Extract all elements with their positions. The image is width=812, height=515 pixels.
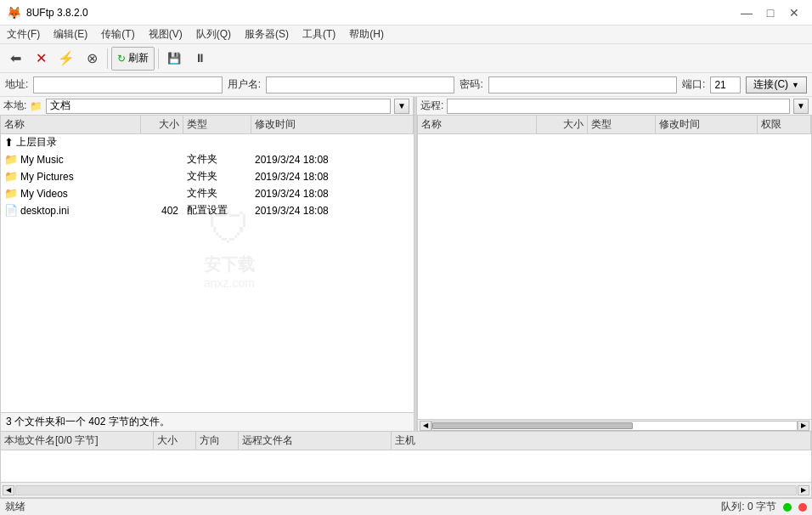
flash-button[interactable]: ⚡ xyxy=(54,47,78,71)
path-bars: 本地: 📁 ▼ 远程: ▼ xyxy=(0,97,812,116)
file-date-cell: 2019/3/24 18:08 xyxy=(251,171,414,183)
file-name-text: desktop.ini xyxy=(20,205,69,217)
local-panel: 名称 大小 类型 修改时间 ⬆上层目录📁My Music文件夹2019/3/24… xyxy=(0,116,414,432)
table-row[interactable]: 📁My Music文件夹2019/3/24 18:08 xyxy=(1,151,414,168)
transfer-header: 本地文件名[0/0 字节] 大小 方向 远程文件名 主机 xyxy=(1,432,811,450)
table-row[interactable]: ⬆上层目录 xyxy=(1,134,414,151)
hscroll-right[interactable]: ▶ xyxy=(798,485,809,495)
back-button[interactable]: ⬅ xyxy=(3,47,27,71)
hscroll-track xyxy=(15,485,797,495)
local-col-size[interactable]: 大小 xyxy=(141,116,183,133)
table-row[interactable]: 📄desktop.ini402配置设置2019/3/24 18:08 xyxy=(1,202,414,219)
remote-panel: 名称 大小 类型 修改时间 权限 ◀ xyxy=(417,116,812,432)
transfer-col-host[interactable]: 主机 xyxy=(392,432,811,450)
titlebar: 🦊 8UFtp 3.8.2.0 — □ ✕ xyxy=(0,0,812,25)
local-column-header: 名称 大小 类型 修改时间 xyxy=(1,116,414,134)
transfer-panel: 本地文件名[0/0 字节] 大小 方向 远程文件名 主机 xyxy=(0,432,812,483)
refresh-button[interactable]: ↻ 刷新 xyxy=(111,47,155,71)
titlebar-controls: — □ ✕ xyxy=(736,4,805,21)
local-status: 3 个文件夹和一个 402 字节的文件。 xyxy=(1,412,414,431)
status-dot-red xyxy=(798,503,807,512)
connect-label: 连接(C) xyxy=(753,77,788,92)
scroll-right-arrow[interactable]: ▶ xyxy=(798,421,809,431)
remote-path-bar: 远程: ▼ xyxy=(417,97,812,115)
stop-button[interactable]: ⊗ xyxy=(80,47,104,71)
menu-item-服务器s[interactable]: 服务器(S) xyxy=(238,25,296,43)
remote-path-dropdown[interactable]: ▼ xyxy=(793,99,809,114)
menu-item-视图v[interactable]: 视图(V) xyxy=(142,25,189,43)
file-name-text: My Videos xyxy=(20,188,68,200)
remote-col-size[interactable]: 大小 xyxy=(537,116,588,133)
status-right: 队列: 0 字节 xyxy=(721,500,807,514)
toolbar-separator xyxy=(107,48,108,69)
refresh-icon: ↻ xyxy=(117,53,126,65)
connect-dropdown-icon[interactable]: ▼ xyxy=(792,81,799,89)
menu-item-工具t[interactable]: 工具(T) xyxy=(296,25,342,43)
port-input[interactable]: 21 xyxy=(710,76,741,93)
table-row[interactable]: 📁My Pictures文件夹2019/3/24 18:08 xyxy=(1,168,414,185)
local-path-dropdown[interactable]: ▼ xyxy=(394,99,409,114)
menu-item-编辑e[interactable]: 编辑(E) xyxy=(47,25,94,43)
password-input[interactable] xyxy=(488,76,677,93)
file-icon: 📁 xyxy=(4,153,18,166)
menu-item-队列q[interactable]: 队列(Q) xyxy=(189,25,238,43)
table-row[interactable]: 📁My Videos文件夹2019/3/24 18:08 xyxy=(1,185,414,202)
menu-item-文件f[interactable]: 文件(F) xyxy=(0,25,47,43)
remote-path-input[interactable] xyxy=(447,99,790,114)
bottom-scrollbar[interactable]: ◀ ▶ xyxy=(0,483,812,498)
remote-col-perm[interactable]: 权限 xyxy=(758,116,811,133)
file-icon: 📄 xyxy=(4,204,18,217)
password-label: 密码: xyxy=(460,77,482,92)
up-dir-icon: ⬆ xyxy=(4,136,14,149)
menu-item-传输t[interactable]: 传输(T) xyxy=(94,25,141,43)
file-name-cell: 📄desktop.ini xyxy=(1,204,141,217)
cancel-button[interactable]: ✕ xyxy=(29,47,53,71)
toolbar-separator2 xyxy=(158,48,159,69)
local-col-date[interactable]: 修改时间 xyxy=(251,116,414,133)
file-panels: 名称 大小 类型 修改时间 ⬆上层目录📁My Music文件夹2019/3/24… xyxy=(0,116,812,432)
file-icon: 📁 xyxy=(4,187,18,200)
menu-item-帮助h[interactable]: 帮助(H) xyxy=(342,25,391,43)
app-title: 8UFtp 3.8.2.0 xyxy=(26,7,88,19)
transfer-body xyxy=(1,450,811,482)
transfer-col-dir[interactable]: 方向 xyxy=(196,432,239,450)
remote-column-header: 名称 大小 类型 修改时间 权限 xyxy=(418,116,811,134)
remote-scroll-thumb[interactable] xyxy=(432,422,633,429)
statusbar: 就绪 队列: 0 字节 xyxy=(0,498,812,515)
local-path-bar: 本地: 📁 ▼ xyxy=(0,97,414,115)
minimize-button[interactable]: — xyxy=(736,4,758,21)
close-button[interactable]: ✕ xyxy=(783,4,805,21)
local-col-type[interactable]: 类型 xyxy=(183,116,251,133)
port-label: 端口: xyxy=(682,77,705,92)
hscroll-left[interactable]: ◀ xyxy=(3,485,14,495)
remote-col-date[interactable]: 修改时间 xyxy=(656,116,758,133)
remote-hscroll[interactable]: ◀ ▶ xyxy=(418,419,811,431)
file-name-cell: 📁My Pictures xyxy=(1,170,141,183)
local-path-input[interactable] xyxy=(46,99,391,114)
transfer-col-local[interactable]: 本地文件名[0/0 字节] xyxy=(1,432,154,450)
username-input[interactable] xyxy=(266,76,454,93)
remote-col-type[interactable]: 类型 xyxy=(588,116,656,133)
queue-text: 队列: 0 字节 xyxy=(721,500,776,514)
address-input[interactable] xyxy=(33,76,222,93)
file-name-text: My Pictures xyxy=(20,171,74,183)
site-manager-button[interactable]: 💾 xyxy=(162,47,186,71)
file-type-cell: 配置设置 xyxy=(183,203,251,218)
maximize-button[interactable]: □ xyxy=(759,4,781,21)
file-type-cell: 文件夹 xyxy=(183,186,251,201)
transfer-col-size[interactable]: 大小 xyxy=(154,432,196,450)
connect-button[interactable]: 连接(C) ▼ xyxy=(746,76,807,93)
file-name-cell: ⬆上层目录 xyxy=(1,135,141,150)
pause-button[interactable]: ⏸ xyxy=(188,47,211,71)
scroll-left-arrow[interactable]: ◀ xyxy=(420,421,431,431)
remote-file-list xyxy=(418,134,811,419)
file-date-cell: 2019/3/24 18:08 xyxy=(251,188,414,200)
file-size-cell: 402 xyxy=(141,205,183,217)
status-text: 就绪 xyxy=(5,500,25,514)
local-folder-icon: 📁 xyxy=(30,100,42,112)
titlebar-left: 🦊 8UFtp 3.8.2.0 xyxy=(7,6,88,20)
local-col-name[interactable]: 名称 xyxy=(1,116,141,133)
transfer-col-remote[interactable]: 远程文件名 xyxy=(239,432,392,450)
file-type-cell: 文件夹 xyxy=(183,169,251,184)
remote-col-name[interactable]: 名称 xyxy=(418,116,537,133)
